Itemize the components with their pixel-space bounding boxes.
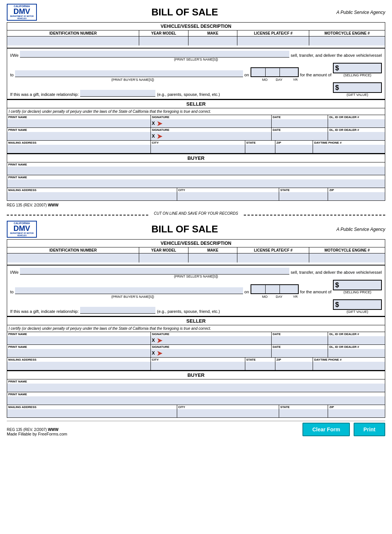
seller-r1-name-input[interactable]: [7, 119, 150, 127]
seller-r2-name-input[interactable]: [7, 132, 150, 140]
seller2-r2-dl-input-cell: [328, 349, 385, 357]
vd-license-input[interactable]: [237, 36, 309, 46]
seller-r3-city-input-cell: [151, 145, 245, 153]
iwe-name-input-2[interactable]: [20, 268, 289, 274]
seller2-r1-name-input[interactable]: [7, 336, 150, 344]
iwe-input-cell: [20, 51, 289, 58]
date-yr-input-2[interactable]: [280, 285, 298, 293]
seller-section-2: SELLER I certify (or declare) under pena…: [7, 316, 385, 370]
buyer-r2-name-col: PRINT NAME: [7, 175, 385, 188]
buyer2-r3-city-input[interactable]: [177, 409, 279, 417]
buyer-r3-zip-label: ZIP: [328, 188, 385, 192]
seller-row-1: PRINT NAME SIGNATURE X ➤ DATE: [7, 115, 385, 128]
vd2-col4-header: LICENSE PLATE/CF #: [237, 247, 309, 253]
date-mo-input[interactable]: [251, 68, 265, 76]
sig-x-1: X: [152, 121, 155, 126]
buyer2-r1-name-input[interactable]: [7, 384, 385, 392]
gift-row-2: If this was a gift, indicate relationshi…: [10, 299, 382, 314]
seller-r3-zip-input-cell: [275, 145, 313, 153]
date-day-input-2[interactable]: [266, 285, 280, 293]
to-name-input-2[interactable]: [15, 287, 243, 294]
seller2-r3-state-input[interactable]: [245, 362, 275, 370]
vd-moto-engine-input[interactable]: [309, 36, 385, 46]
dollar-sign-2: $: [334, 281, 340, 289]
buyer2-row-1: PRINT NAME: [7, 379, 385, 392]
seller2-r1-dl-input-cell: [328, 336, 385, 344]
buyer-r1-name-input[interactable]: [7, 167, 385, 175]
seller-r3-phone-input[interactable]: [313, 145, 385, 153]
vd2-year-input[interactable]: [139, 253, 188, 262]
seller-r3-zip-input[interactable]: [275, 145, 313, 153]
seller-r1-dl-input[interactable]: [328, 119, 385, 127]
vehicle-desc-input-row-2: [7, 253, 385, 262]
print-button[interactable]: Print: [354, 423, 385, 436]
seller-r1-date-input[interactable]: [272, 119, 328, 127]
seller-r2-dl-input[interactable]: [328, 132, 385, 140]
buyer-r3-city-input-cell: [177, 192, 279, 200]
seller-r2-date-input[interactable]: [272, 132, 328, 140]
seller-r1-sig-input[interactable]: [163, 119, 270, 127]
gift-value-input-2[interactable]: [340, 300, 392, 309]
seller2-r2-name-input[interactable]: [7, 349, 150, 357]
seller-r2-sig-input[interactable]: [163, 132, 270, 140]
to-label-2: to: [10, 290, 14, 294]
iwe-name-input[interactable]: [20, 51, 289, 57]
buyer-r1-name-col: PRINT NAME: [7, 162, 385, 175]
seller2-r1-dl-input[interactable]: [328, 336, 385, 344]
seller2-r2-sig-input[interactable]: [163, 349, 270, 357]
buyer2-r2-name-input-cell: [7, 396, 385, 405]
vd-year-model-input[interactable]: [139, 36, 188, 46]
selling-price-input[interactable]: [340, 64, 392, 73]
bottom-www: WWW: [48, 428, 58, 432]
seller2-r2-date-input[interactable]: [272, 349, 328, 357]
gift-input[interactable]: [80, 90, 155, 96]
bill-of-sale-title-2: BILL OF SALE: [37, 223, 333, 235]
buyer-r3-city-input[interactable]: [177, 192, 279, 200]
seller-r3-city-input[interactable]: [151, 145, 245, 153]
buyer-r3-addr-input[interactable]: [7, 192, 177, 200]
seller2-r3-city-input[interactable]: [151, 362, 245, 370]
date-day-input[interactable]: [266, 68, 280, 76]
buyer2-r3-city-label: CITY: [177, 405, 279, 409]
buyer-r3-zip-input[interactable]: [328, 192, 385, 200]
buyer-name-label-2: (PRINT BUYER'S NAME[S]): [15, 295, 251, 299]
seller2-r3-zip-input[interactable]: [275, 362, 313, 370]
vd-make-input[interactable]: [188, 36, 237, 46]
gift-input-2[interactable]: [80, 307, 155, 313]
buyer2-r3-zip-label: ZIP: [328, 405, 385, 409]
seller2-r3-addr-input[interactable]: [7, 362, 150, 370]
sig2-x-2: X: [152, 350, 155, 356]
vd-id-number-input[interactable]: [7, 36, 139, 46]
buyer2-r3-state-input[interactable]: [279, 409, 328, 417]
date-labels-row: MO DAY YR: [258, 78, 304, 82]
buyer2-r3-zip-input[interactable]: [328, 409, 385, 417]
seller2-r3-phone-input[interactable]: [313, 362, 385, 370]
to-name-input[interactable]: [15, 70, 243, 77]
buyer-section: BUYER PRINT NAME PRINT NAME: [7, 153, 385, 201]
buyer2-r2-name-input[interactable]: [7, 396, 385, 405]
vd2-make-input[interactable]: [188, 253, 237, 262]
vehicle-desc-input-row: [7, 36, 385, 46]
buyer-r3-state-input[interactable]: [279, 192, 328, 200]
vd2-license-input[interactable]: [237, 253, 309, 262]
gift-value-box-2: $: [333, 299, 382, 310]
seller2-r1-sig-input[interactable]: [163, 336, 270, 344]
seller2-r2-dl-input[interactable]: [328, 349, 385, 357]
date-yr-input[interactable]: [280, 68, 298, 76]
vd2-engine-input[interactable]: [309, 253, 385, 262]
seller2-r1-date-input[interactable]: [272, 336, 328, 344]
buyer2-r3-addr-input[interactable]: [7, 409, 177, 417]
buyer-r2-name-input[interactable]: [7, 179, 385, 188]
selling-price-input-2[interactable]: [340, 281, 392, 290]
buyer-r3-state-label: STATE: [279, 188, 328, 192]
seller-r3-addr-input[interactable]: [7, 145, 150, 153]
vd2-id-input[interactable]: [7, 253, 139, 262]
clear-form-button[interactable]: Clear Form: [302, 423, 350, 436]
gift-value-input[interactable]: [340, 83, 392, 92]
date-mo-label: MO: [258, 78, 272, 82]
seller-r3-addr-col: MAILING ADDRESS: [7, 141, 151, 153]
date-mo-input-2[interactable]: [251, 285, 265, 293]
seller-r1-name-input-cell: [7, 119, 150, 127]
seller-r3-state-input[interactable]: [245, 145, 275, 153]
seller-title-2: SELLER: [7, 317, 385, 325]
